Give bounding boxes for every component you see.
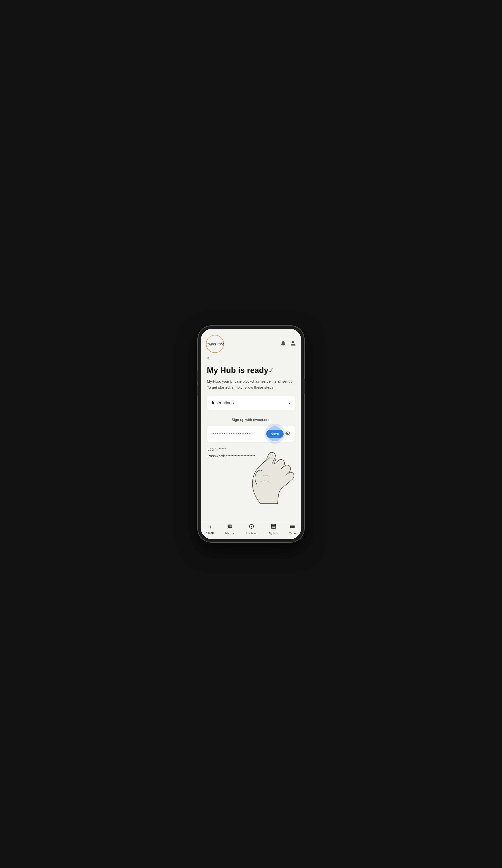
page-content: < My Hub is ready✓ My Hub, your private … [201,355,301,521]
title-text: My Hub is ready [207,366,268,375]
volume-down-button [197,385,198,395]
chevron-right-icon: › [288,400,290,406]
nav-label-my-hub: My hub [269,531,278,535]
phone-device: Owner·One < My Hub is rea [198,327,304,541]
nav-label-create: Create [207,531,215,534]
hand-illustration [207,461,295,500]
checkmark-icon: ✓ [268,367,274,374]
nav-item-my-hub[interactable]: My hub [269,524,278,535]
notification-icon[interactable] [280,340,286,348]
nav-label-menu: Menu [289,531,296,535]
dashboard-icon [249,524,254,530]
nav-item-create[interactable]: + Create [207,524,215,534]
header-icons [280,340,296,348]
my-ids-icon [227,524,232,530]
phone-screen: Owner·One < My Hub is rea [201,329,301,539]
nav-item-my-ids[interactable]: My IDs [225,524,234,535]
signup-label: Sign up with owner.one [207,417,295,422]
profile-icon[interactable] [290,340,296,348]
back-button[interactable]: < [207,355,210,361]
nav-item-dashboard[interactable]: Dashboard [245,524,258,535]
app-header: Owner·One [201,329,301,355]
power-button [304,379,305,394]
open-button[interactable]: open [266,430,283,438]
create-icon: + [209,524,212,530]
logo-text: Owner·One [205,341,224,347]
my-hub-icon [271,524,276,530]
page-title: My Hub is ready✓ [207,365,295,375]
nav-label-dashboard: Dashboard [245,531,258,535]
svg-point-3 [229,525,230,527]
page-description: My Hub, your private blockchain server, … [207,379,295,390]
logo-one: One [218,342,224,346]
password-dots: ********************** [211,432,266,436]
svg-point-7 [251,526,252,527]
volume-up-button [197,371,198,381]
logo-owner: Owner [205,342,217,346]
nav-item-menu[interactable]: Menu [289,524,296,535]
pointing-hand-svg [238,436,301,510]
instructions-card[interactable]: Instructions › [207,396,295,411]
bottom-navigation: + Create My IDs [201,521,301,539]
logo[interactable]: Owner·One [206,335,224,353]
menu-icon [290,524,295,530]
instructions-label: Instructions [212,401,234,405]
nav-label-my-ids: My IDs [225,531,234,535]
